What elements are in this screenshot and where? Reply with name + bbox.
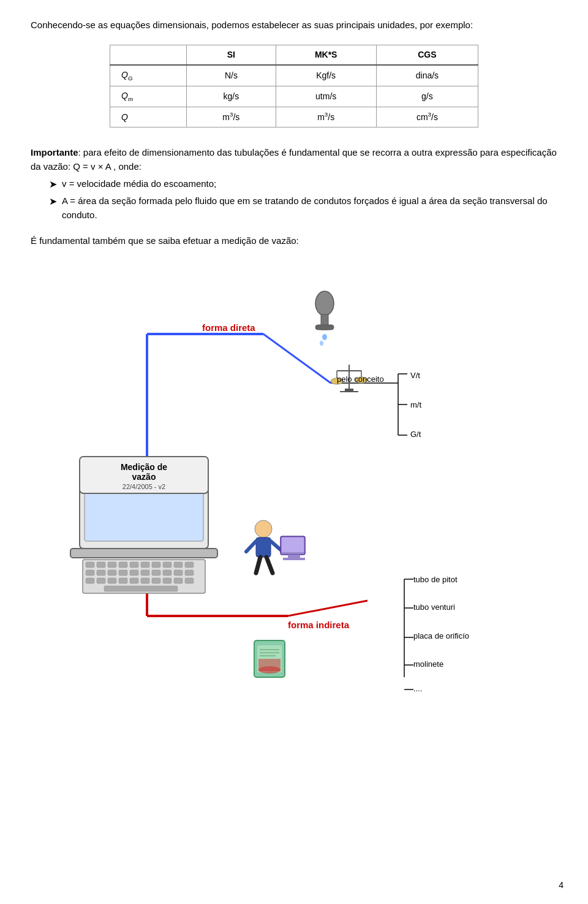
svg-text:forma direta: forma direta <box>202 322 255 333</box>
row-si-qm: kg/s <box>187 86 276 107</box>
svg-text:G/t: G/t <box>410 430 421 439</box>
diagram-area: Medição de vazão 22/4/2005 - v2 forma <box>31 260 557 720</box>
bullet-text-2: A = área da seção formada pelo fluido qu… <box>62 194 557 222</box>
svg-rect-46 <box>141 578 149 583</box>
svg-rect-50 <box>185 578 194 583</box>
svg-rect-67 <box>345 389 353 392</box>
bullet-item-1: ➤ v = velocidade média do escoamento; <box>49 177 557 192</box>
svg-rect-19 <box>70 549 217 558</box>
diagram-svg: Medição de vazão 22/4/2005 - v2 forma <box>31 260 557 720</box>
svg-rect-34 <box>119 570 127 575</box>
table-header-cgs: CGS <box>376 45 478 65</box>
svg-text:....: .... <box>413 684 422 693</box>
bullet-text-1: v = velocidade média do escoamento; <box>62 177 216 191</box>
svg-rect-47 <box>152 578 160 583</box>
svg-line-78 <box>256 557 260 573</box>
svg-text:m/t: m/t <box>410 400 421 409</box>
svg-rect-22 <box>97 562 105 568</box>
importante-section: Importante: para efeito de dimensionamen… <box>31 146 557 222</box>
svg-point-56 <box>315 291 334 316</box>
svg-rect-35 <box>130 570 138 575</box>
table-header-mks: MK*S <box>276 45 376 65</box>
svg-rect-48 <box>163 578 172 583</box>
svg-text:placa de orificío: placa de orificío <box>413 631 469 640</box>
svg-rect-31 <box>86 570 94 575</box>
svg-rect-85 <box>254 640 285 677</box>
svg-rect-83 <box>283 558 305 560</box>
svg-rect-51 <box>104 586 178 591</box>
svg-rect-52 <box>80 457 208 493</box>
svg-point-74 <box>255 520 272 537</box>
row-label-q: Q <box>110 107 187 127</box>
svg-line-10 <box>288 601 368 616</box>
table-row: Qm kg/s utm/s g/s <box>110 86 478 107</box>
svg-rect-26 <box>141 562 149 568</box>
svg-text:pelo conceito: pelo conceito <box>337 374 384 384</box>
table-header-si: SI <box>187 45 276 65</box>
svg-rect-57 <box>321 314 328 330</box>
fundamental-section: É fundamental também que se saiba efetua… <box>31 234 557 248</box>
arrow-icon-1: ➤ <box>49 177 57 192</box>
units-table: SI MK*S CGS QG N/s Kgf/s dina/s Qm kg/s … <box>110 45 478 128</box>
svg-text:molinete: molinete <box>413 659 443 669</box>
svg-point-65 <box>331 378 343 384</box>
svg-text:V/t: V/t <box>410 371 420 380</box>
row-cgs-qg: dina/s <box>376 65 478 86</box>
table-row: QG N/s Kgf/s dina/s <box>110 65 478 86</box>
svg-line-76 <box>246 541 256 552</box>
svg-rect-36 <box>141 570 149 575</box>
svg-rect-29 <box>174 562 183 568</box>
svg-line-77 <box>271 541 281 550</box>
svg-rect-32 <box>97 570 105 575</box>
bullet-item-2: ➤ A = área da seção formada pelo fluido … <box>49 194 557 222</box>
svg-rect-39 <box>174 570 183 575</box>
bullet-list: ➤ v = velocidade média do escoamento; ➤ … <box>49 177 557 222</box>
svg-point-59 <box>322 334 327 340</box>
importante-text: : para efeito de dimensionamento das tub… <box>31 147 557 172</box>
svg-point-60 <box>320 341 323 346</box>
svg-rect-27 <box>152 562 160 568</box>
svg-text:22/4/2005 - v2: 22/4/2005 - v2 <box>123 483 165 490</box>
importante-label: Importante <box>31 147 78 158</box>
svg-rect-44 <box>119 578 127 583</box>
row-label-qm: Qm <box>110 86 187 107</box>
svg-rect-80 <box>281 536 305 555</box>
svg-text:vazão: vazão <box>132 472 156 482</box>
svg-rect-23 <box>108 562 116 568</box>
svg-rect-17 <box>80 469 208 549</box>
row-mks-qm: utm/s <box>276 86 376 107</box>
importante-paragraph: Importante: para efeito de dimensionamen… <box>31 146 557 173</box>
svg-rect-38 <box>163 570 172 575</box>
svg-rect-58 <box>315 325 334 330</box>
svg-rect-49 <box>174 578 183 583</box>
row-cgs-q: cm3/s <box>376 107 478 127</box>
svg-text:Medição de: Medição de <box>121 462 167 472</box>
svg-text:tubo de pitot: tubo de pitot <box>413 575 458 584</box>
svg-rect-21 <box>86 562 94 568</box>
svg-rect-24 <box>119 562 127 568</box>
svg-rect-43 <box>108 578 116 583</box>
row-cgs-qm: g/s <box>376 86 478 107</box>
svg-point-87 <box>258 666 281 674</box>
row-mks-qg: Kgf/s <box>276 65 376 86</box>
svg-rect-41 <box>86 578 94 583</box>
svg-rect-45 <box>130 578 138 583</box>
svg-line-79 <box>266 557 273 573</box>
intro-text: Conhecendo-se as equações dimensionais, … <box>31 18 557 32</box>
svg-rect-88 <box>258 659 281 671</box>
row-mks-q: m3/s <box>276 107 376 127</box>
svg-text:forma indireta: forma indireta <box>288 620 350 630</box>
arrow-icon-2: ➤ <box>49 194 57 209</box>
svg-rect-25 <box>130 562 138 568</box>
svg-rect-28 <box>163 562 172 568</box>
svg-rect-42 <box>97 578 105 583</box>
row-label-qg: QG <box>110 65 187 86</box>
fundamental-text: É fundamental também que se saiba efetua… <box>31 234 557 248</box>
row-si-q: m3/s <box>187 107 276 127</box>
svg-rect-40 <box>185 570 194 575</box>
svg-line-2 <box>263 334 331 383</box>
svg-point-66 <box>355 377 368 383</box>
row-si-qg: N/s <box>187 65 276 86</box>
table-header-empty <box>110 45 187 65</box>
svg-rect-81 <box>282 537 304 552</box>
